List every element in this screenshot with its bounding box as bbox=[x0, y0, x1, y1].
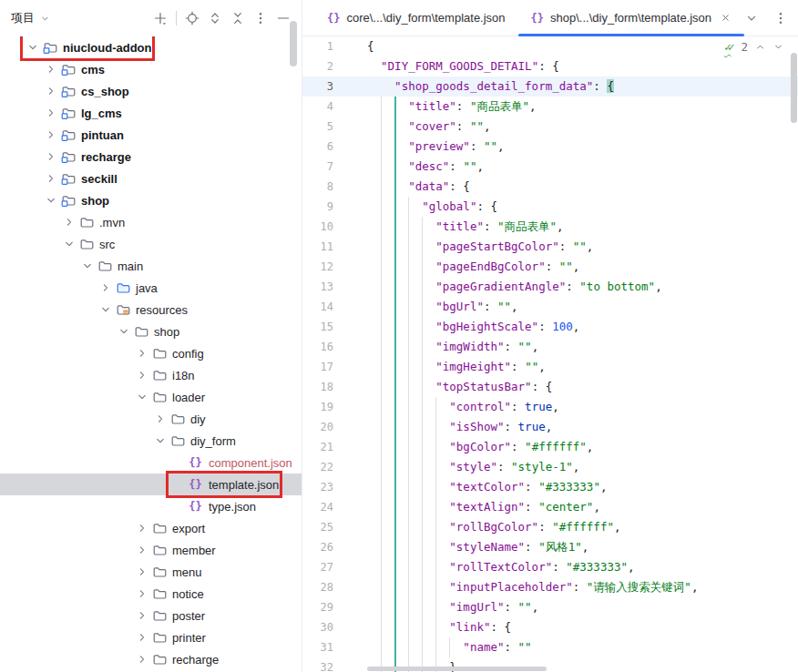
code-line-8[interactable]: 8 "data": { bbox=[302, 177, 798, 197]
code-editor[interactable]: ✓✓ 2 1{2 "DIY_FORM_GOODS_DETAIL": {3 "sh… bbox=[302, 36, 798, 672]
code-line-28[interactable]: 28 "inputPlaceholder": "请输入搜索关键词", bbox=[302, 577, 798, 597]
editor-tab-2[interactable]: {}shop\...\diy_form\template.json bbox=[518, 0, 744, 36]
tree-chevron-icon[interactable] bbox=[115, 324, 133, 339]
tree-item-niucloud-addon[interactable]: niucloud-addon bbox=[0, 36, 302, 58]
tree-item-resources[interactable]: resources bbox=[0, 299, 302, 321]
code-line-21[interactable]: 21 "bgColor": "#ffffff", bbox=[302, 437, 798, 457]
code-line-7[interactable]: 7 "desc": "", bbox=[302, 157, 798, 177]
tree-chevron-icon[interactable] bbox=[151, 433, 169, 448]
tree-chevron-icon[interactable] bbox=[42, 127, 60, 142]
code-line-2[interactable]: 2 "DIY_FORM_GOODS_DETAIL": { bbox=[302, 56, 798, 76]
tree-chevron-icon[interactable] bbox=[42, 193, 60, 208]
tree-item-notice[interactable]: notice bbox=[0, 583, 302, 605]
code-line-27[interactable]: 27 "rollTextColor": "#333333", bbox=[302, 557, 798, 577]
plus-icon[interactable] bbox=[153, 11, 168, 25]
hide-icon[interactable] bbox=[276, 11, 291, 25]
tree-item-cs_shop[interactable]: cs_shop bbox=[0, 80, 302, 102]
tree-item-lg_cms[interactable]: lg_cms bbox=[0, 102, 302, 124]
tree-item-.mvn[interactable]: .mvn bbox=[0, 211, 302, 233]
tree-item-component.json[interactable]: {}component.json bbox=[0, 452, 302, 473]
tree-chevron-icon[interactable] bbox=[24, 40, 42, 55]
tree-chevron-icon[interactable] bbox=[42, 62, 60, 76]
chevron-down-icon[interactable] bbox=[39, 13, 51, 25]
locate-icon[interactable] bbox=[185, 11, 200, 25]
tree-item-diy_form[interactable]: diy_form bbox=[0, 430, 302, 452]
code-line-20[interactable]: 20 "isShow": true, bbox=[302, 417, 798, 437]
tree-item-recharge[interactable]: recharge bbox=[0, 648, 302, 670]
next-problem-button[interactable] bbox=[772, 41, 784, 53]
more-icon[interactable] bbox=[253, 11, 268, 25]
tree-chevron-icon[interactable] bbox=[42, 84, 60, 98]
code-line-16[interactable]: 16 "imgWidth": "", bbox=[302, 337, 798, 357]
code-line-23[interactable]: 23 "textColor": "#333333", bbox=[302, 477, 798, 497]
tree-chevron-icon[interactable] bbox=[133, 390, 151, 404]
collapse-all-icon[interactable] bbox=[230, 11, 245, 25]
project-panel-title[interactable]: 项目 bbox=[11, 10, 35, 26]
tree-item-i18n[interactable]: i18n bbox=[0, 364, 302, 386]
editor-horizontal-scrollbar[interactable] bbox=[367, 667, 547, 671]
tree-item-export[interactable]: export bbox=[0, 517, 302, 539]
editor-tab-1[interactable]: {}core\...\diy_form\template.json bbox=[314, 0, 518, 36]
tree-chevron-icon[interactable] bbox=[133, 368, 151, 382]
project-tree-scrollbar[interactable] bbox=[290, 21, 297, 66]
tree-item-config[interactable]: config bbox=[0, 342, 302, 364]
tree-chevron-icon[interactable] bbox=[133, 608, 151, 623]
prev-problem-button[interactable] bbox=[754, 41, 766, 53]
tree-item-printer[interactable]: printer bbox=[0, 626, 302, 648]
code-line-19[interactable]: 19 "control": true, bbox=[302, 397, 798, 417]
code-line-29[interactable]: 29 "imgUrl": "", bbox=[302, 597, 798, 617]
tree-chevron-icon[interactable] bbox=[97, 280, 115, 295]
tree-item-cms[interactable]: cms bbox=[0, 58, 302, 80]
tree-chevron-icon[interactable] bbox=[133, 521, 151, 535]
tree-chevron-icon[interactable] bbox=[133, 586, 151, 601]
editor-vertical-scrollbar[interactable] bbox=[791, 53, 797, 123]
tree-item-member[interactable]: member bbox=[0, 539, 302, 561]
code-line-31[interactable]: 31 "name": "" bbox=[302, 637, 798, 657]
tree-chevron-icon[interactable] bbox=[133, 346, 151, 361]
code-line-22[interactable]: 22 "style": "style-1", bbox=[302, 457, 798, 477]
code-line-11[interactable]: 11 "pageStartBgColor": "", bbox=[302, 237, 798, 257]
tree-chevron-icon[interactable] bbox=[78, 259, 97, 273]
tree-chevron-icon[interactable] bbox=[42, 106, 60, 120]
tree-chevron-icon[interactable] bbox=[133, 565, 151, 579]
tree-item-diy[interactable]: diy bbox=[0, 408, 302, 430]
tree-item-java[interactable]: java bbox=[0, 277, 302, 299]
tree-chevron-icon[interactable] bbox=[42, 171, 60, 186]
code-line-17[interactable]: 17 "imgHeight": "", bbox=[302, 357, 798, 377]
code-line-12[interactable]: 12 "pageEndBgColor": "", bbox=[302, 257, 798, 277]
tree-chevron-icon[interactable] bbox=[151, 412, 169, 426]
tree-item-template.json[interactable]: {}template.json bbox=[0, 473, 302, 495]
code-line-18[interactable]: 18 "topStatusBar": { bbox=[302, 377, 798, 397]
tree-item-seckill[interactable]: seckill bbox=[0, 168, 302, 189]
code-line-5[interactable]: 5 "cover": "", bbox=[302, 117, 798, 137]
tree-chevron-icon[interactable] bbox=[60, 237, 78, 251]
tree-item-main[interactable]: main bbox=[0, 255, 302, 277]
tree-chevron-icon[interactable] bbox=[133, 630, 151, 645]
tree-item-loader[interactable]: loader bbox=[0, 386, 302, 408]
tree-chevron-icon[interactable] bbox=[133, 543, 151, 557]
tree-chevron-icon[interactable] bbox=[97, 302, 115, 317]
more-icon[interactable] bbox=[773, 11, 788, 25]
code-line-14[interactable]: 14 "bgUrl": "", bbox=[302, 297, 798, 317]
code-line-6[interactable]: 6 "preview": "", bbox=[302, 137, 798, 157]
tree-chevron-icon[interactable] bbox=[133, 652, 151, 667]
tree-item-menu[interactable]: menu bbox=[0, 561, 302, 583]
chevron-down-icon[interactable] bbox=[744, 11, 759, 25]
tree-item-src[interactable]: src bbox=[0, 233, 302, 255]
tree-item-shop[interactable]: shop bbox=[0, 189, 302, 211]
code-line-25[interactable]: 25 "rollBgColor": "#ffffff", bbox=[302, 517, 798, 537]
code-line-13[interactable]: 13 "pageGradientAngle": "to bottom", bbox=[302, 277, 798, 297]
close-icon[interactable] bbox=[720, 12, 732, 24]
tree-item-poster[interactable]: poster bbox=[0, 605, 302, 626]
code-line-15[interactable]: 15 "bgHeightScale": 100, bbox=[302, 317, 798, 337]
tree-chevron-icon[interactable] bbox=[42, 149, 60, 164]
code-line-10[interactable]: 10 "title": "商品表单", bbox=[302, 217, 798, 237]
tree-item-type.json[interactable]: {}type.json bbox=[0, 495, 302, 517]
code-line-3[interactable]: 3 "shop_goods_detail_form_data": { bbox=[302, 76, 798, 97]
tree-item-recharge[interactable]: recharge bbox=[0, 146, 302, 168]
code-line-24[interactable]: 24 "textAlign": "center", bbox=[302, 497, 798, 517]
expand-all-icon[interactable] bbox=[208, 11, 222, 25]
tree-chevron-icon[interactable] bbox=[60, 215, 78, 229]
code-line-9[interactable]: 9 "global": { bbox=[302, 197, 798, 217]
tree-item-pintuan[interactable]: pintuan bbox=[0, 124, 302, 146]
